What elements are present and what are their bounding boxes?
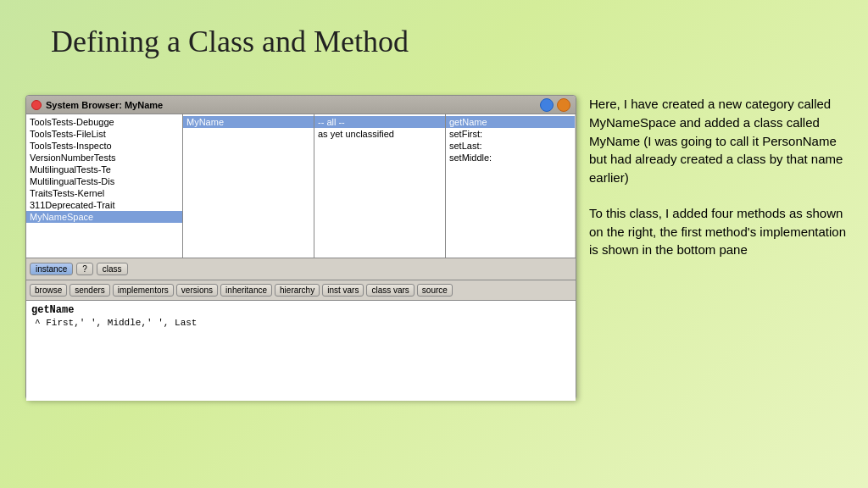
tab-browse[interactable]: browse: [30, 284, 67, 297]
list-item[interactable]: VersionNumberTests: [26, 152, 182, 164]
tab-hierarchy[interactable]: hierarchy: [275, 284, 320, 297]
toolbar-row: instance ? class: [26, 258, 576, 280]
tab-inst-vars[interactable]: inst vars: [322, 284, 364, 297]
tab-inheritance[interactable]: inheritance: [220, 284, 272, 297]
tab-class-vars[interactable]: class vars: [366, 284, 414, 297]
list-item[interactable]: setFirst:: [446, 128, 575, 140]
list-item[interactable]: MultilingualTests-Te: [26, 164, 182, 175]
protocol-list: -- all -- as yet unclassified: [314, 114, 445, 141]
tabs-row: browse senders implementors versions inh…: [26, 280, 576, 301]
window-controls: [540, 98, 570, 112]
browser-window: System Browser: MyName ToolsTests-Debugg…: [25, 95, 576, 400]
class-panel: MyName: [183, 114, 314, 258]
code-method-name: getName: [31, 304, 570, 316]
close-button[interactable]: [31, 100, 42, 110]
code-body: ^ First,' ', Middle,' ', Last: [31, 318, 570, 328]
category-panel: ToolsTests-Debugge ToolsTests-FileList T…: [26, 114, 183, 258]
list-item-selected[interactable]: MyNameSpace: [26, 211, 182, 223]
list-item[interactable]: setMiddle:: [446, 152, 575, 164]
method-panel: getName setFirst: setLast: setMiddle:: [446, 114, 575, 258]
list-item[interactable]: 311Deprecated-Trait: [26, 199, 182, 211]
slide-title: Defining a Class and Method: [51, 24, 409, 59]
window-title: System Browser: MyName: [46, 100, 540, 110]
method-list: getName setFirst: setLast: setMiddle:: [446, 114, 575, 165]
tab-versions[interactable]: versions: [176, 284, 218, 297]
class-list: MyName: [183, 114, 314, 130]
tab-implementors[interactable]: implementors: [113, 284, 174, 297]
list-item[interactable]: ToolsTests-FileList: [26, 128, 182, 140]
question-button[interactable]: ?: [76, 263, 93, 275]
minimize-button[interactable]: [557, 98, 570, 112]
list-item-selected[interactable]: MyName: [183, 116, 314, 128]
list-item[interactable]: MultilingualTests-Dis: [26, 175, 182, 187]
class-button[interactable]: class: [97, 263, 128, 275]
protocol-panel: -- all -- as yet unclassified: [314, 114, 446, 258]
list-item[interactable]: TraitsTests-Kernel: [26, 187, 182, 199]
list-item[interactable]: setLast:: [446, 140, 575, 152]
list-item-selected[interactable]: getName: [446, 116, 575, 128]
window-titlebar: System Browser: MyName: [26, 96, 576, 114]
instance-button[interactable]: instance: [30, 263, 73, 275]
description-text-2: To this class, I added four methods as s…: [589, 204, 852, 259]
maximize-button[interactable]: [540, 98, 554, 112]
tab-senders[interactable]: senders: [70, 284, 110, 297]
description-panel: Here, I have created a new category call…: [589, 95, 852, 276]
list-item[interactable]: ToolsTests-Debugge: [26, 116, 182, 128]
tab-source[interactable]: source: [417, 284, 453, 297]
list-item[interactable]: ToolsTests-Inspecto: [26, 140, 182, 152]
browser-panels: ToolsTests-Debugge ToolsTests-FileList T…: [26, 114, 576, 258]
category-list: ToolsTests-Debugge ToolsTests-FileList T…: [26, 114, 182, 225]
code-panel[interactable]: getName ^ First,' ', Middle,' ', Last: [26, 301, 576, 401]
description-text-1: Here, I have created a new category call…: [589, 95, 852, 187]
list-item-selected[interactable]: -- all --: [314, 116, 445, 128]
list-item[interactable]: as yet unclassified: [314, 128, 445, 140]
